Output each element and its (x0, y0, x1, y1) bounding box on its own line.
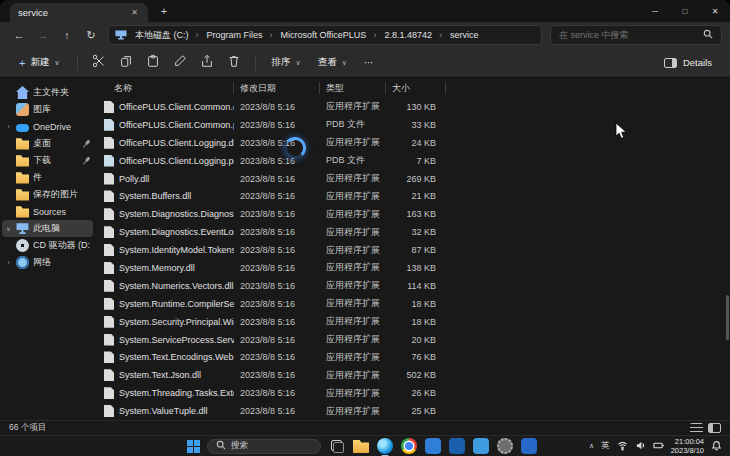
view-button[interactable]: 查看 ∨ (310, 52, 355, 73)
sidebar-item[interactable]: 下载 (2, 152, 93, 169)
close-button[interactable]: ✕ (700, 0, 730, 22)
file-size: 7 KB (386, 156, 446, 166)
sidebar-item[interactable]: ∨ 此电脑 (2, 220, 93, 237)
file-explorer-icon[interactable] (353, 438, 369, 454)
file-row[interactable]: System.Diagnostics.EventLog.dll 2023/8/8… (96, 223, 730, 241)
new-button-label: 新建 (30, 56, 49, 69)
cut-button[interactable] (86, 51, 112, 75)
file-row[interactable]: System.IdentityModel.Tokens.Jwt.dll 2023… (96, 241, 730, 259)
search-input[interactable] (559, 30, 689, 40)
back-button[interactable]: ← (8, 25, 30, 45)
clock[interactable]: 21:00:04 2023/8/10 (671, 437, 704, 456)
thumbnail-view-icon[interactable] (708, 423, 721, 433)
taskbar-search[interactable]: 搜索 (207, 439, 321, 454)
column-header-date[interactable]: 修改日期 (234, 82, 320, 94)
breadcrumb-item[interactable]: 2.8.1.48742 (380, 29, 436, 41)
expand-chevron-icon[interactable]: › (5, 123, 12, 130)
breadcrumb-item[interactable]: Microsoft OfficePLUS (277, 29, 371, 41)
volume-icon[interactable] (635, 440, 646, 453)
file-row[interactable]: System.Security.Principal.Windows.dll 20… (96, 313, 730, 331)
sidebar-item[interactable]: 图库 (2, 101, 93, 118)
file-row[interactable]: System.Diagnostics.DiagnosticSource... 2… (96, 205, 730, 223)
file-row[interactable]: System.Threading.Tasks.Extensions.dll 20… (96, 384, 730, 402)
file-row[interactable]: System.Numerics.Vectors.dll 2023/8/8 5:1… (96, 277, 730, 295)
sidebar-item[interactable]: Sources (2, 203, 93, 220)
explorer-tab[interactable]: service ✕ (10, 3, 148, 22)
file-list: OfficePLUS.Client.Common.dll 2023/8/8 5:… (96, 98, 730, 420)
file-row[interactable]: Polly.dll 2023/8/8 5:16 应用程序扩展 269 KB (96, 170, 730, 188)
app-blue-3-icon[interactable] (473, 438, 489, 454)
file-row[interactable]: OfficePLUS.Client.Logging.dll 2023/8/8 5… (96, 134, 730, 152)
column-header-size[interactable]: 大小 (386, 82, 446, 94)
file-type: 应用程序扩展 (320, 297, 386, 310)
file-row[interactable]: System.Memory.dll 2023/8/8 5:16 应用程序扩展 1… (96, 259, 730, 277)
column-header-name[interactable]: 名称 (114, 82, 234, 94)
breadcrumb[interactable]: 本地磁盘 (C:) › Program Files › Microsoft Of… (108, 25, 542, 45)
sidebar-item[interactable]: 主文件夹 (2, 84, 93, 101)
window-controls: ─ □ ✕ (640, 0, 730, 22)
search-box[interactable] (550, 25, 722, 45)
minimize-button[interactable]: ─ (640, 0, 670, 22)
chrome-icon[interactable] (401, 438, 417, 454)
cd-icon (16, 239, 29, 252)
file-row[interactable]: System.Text.Json.dll 2023/8/8 5:16 应用程序扩… (96, 366, 730, 384)
refresh-button[interactable]: ↻ (80, 25, 102, 45)
expand-chevron-icon[interactable]: ∨ (5, 225, 12, 233)
vertical-scrollbar[interactable] (726, 295, 729, 340)
sidebar-item[interactable]: › 网络 (2, 254, 93, 271)
details-view-icon[interactable] (690, 423, 703, 433)
paste-button[interactable] (140, 51, 166, 75)
file-row[interactable]: OfficePLUS.Client.Common.dll 2023/8/8 5:… (96, 98, 730, 116)
settings-icon[interactable] (497, 438, 513, 454)
sidebar-item[interactable]: 保存的图片 (2, 186, 93, 203)
new-tab-button[interactable]: + (156, 5, 172, 17)
forward-button[interactable]: → (32, 25, 54, 45)
folder-icon (16, 205, 29, 218)
breadcrumb-item[interactable]: service (446, 29, 483, 41)
app-blue-2-icon[interactable] (449, 438, 465, 454)
copy-button[interactable] (113, 51, 139, 75)
file-row[interactable]: OfficePLUS.Client.Common.pdb 2023/8/8 5:… (96, 116, 730, 134)
wifi-icon[interactable] (617, 440, 628, 453)
delete-button[interactable] (221, 51, 247, 75)
column-header-type[interactable]: 类型 (320, 82, 386, 94)
file-row[interactable]: System.ValueTuple.dll 2023/8/8 5:16 应用程序… (96, 402, 730, 420)
file-name: System.Diagnostics.DiagnosticSource... (119, 209, 234, 219)
file-row[interactable]: System.Buffers.dll 2023/8/8 5:16 应用程序扩展 … (96, 187, 730, 205)
sidebar-item[interactable]: 桌面 (2, 135, 93, 152)
breadcrumb-item[interactable]: 本地磁盘 (C:) (131, 28, 193, 43)
file-row[interactable]: System.Runtime.CompilerServices.Un... 20… (96, 295, 730, 313)
expand-chevron-icon[interactable]: › (5, 259, 12, 266)
notification-bell-icon[interactable] (711, 440, 722, 453)
file-date: 2023/8/8 5:16 (234, 227, 320, 237)
details-pane-icon (664, 58, 677, 68)
tab-close-icon[interactable]: ✕ (129, 8, 140, 17)
task-view-icon[interactable] (329, 438, 345, 454)
sidebar-item[interactable]: › OneDrive (2, 118, 93, 135)
mouse-cursor (615, 122, 627, 140)
input-language-indicator[interactable]: 英 (601, 440, 610, 452)
more-options-button[interactable]: ⋯ (356, 53, 383, 72)
edge-icon[interactable] (377, 438, 393, 454)
cut-icon (92, 54, 106, 72)
new-button[interactable]: + 新建 ∨ (10, 52, 69, 73)
sidebar-item[interactable]: CD 驱动器 (D:) ES (2, 237, 93, 254)
up-button[interactable]: ↑ (56, 25, 78, 45)
sidebar-item[interactable]: 件 (2, 169, 93, 186)
rename-button[interactable] (167, 51, 193, 75)
sort-button[interactable]: 排序 ∨ (264, 52, 309, 73)
tray-time: 21:00:04 (671, 437, 704, 446)
breadcrumb-item[interactable]: Program Files (203, 29, 267, 41)
file-row[interactable]: OfficePLUS.Client.Logging.pdb 2023/8/8 5… (96, 152, 730, 170)
file-date: 2023/8/8 5:16 (234, 317, 320, 327)
start-button[interactable] (184, 437, 202, 455)
battery-icon[interactable] (653, 440, 664, 453)
app-blue-4-icon[interactable] (521, 438, 537, 454)
maximize-button[interactable]: □ (670, 0, 700, 22)
tray-expand-icon[interactable]: ∧ (589, 442, 594, 450)
file-row[interactable]: System.ServiceProcess.ServiceControl... … (96, 331, 730, 349)
app-blue-1-icon[interactable] (425, 438, 441, 454)
details-pane-toggle[interactable]: Details (656, 53, 720, 72)
share-button[interactable] (194, 51, 220, 75)
file-row[interactable]: System.Text.Encodings.Web.dll 2023/8/8 5… (96, 348, 730, 366)
